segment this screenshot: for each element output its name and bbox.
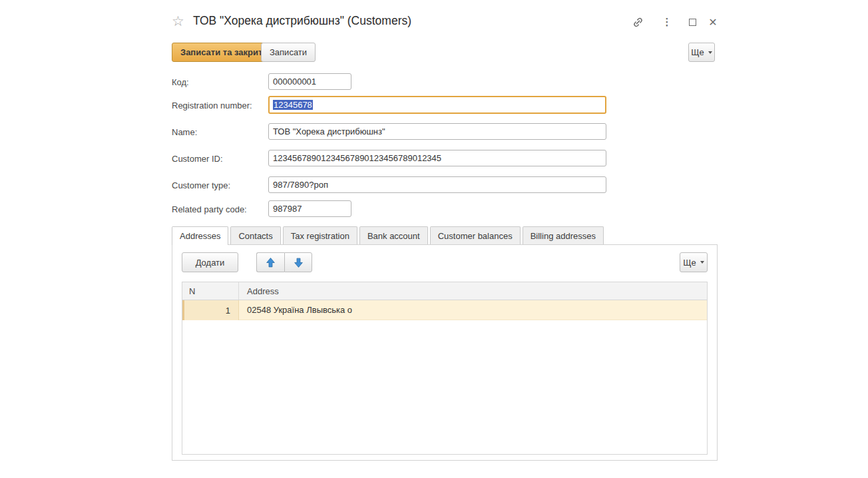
more-button-top[interactable]: Ще [688, 43, 715, 62]
caret-down-icon [700, 261, 704, 264]
more-button-grid[interactable]: Ще [680, 252, 708, 272]
tab-strip: Addresses Contacts Tax registration Bank… [172, 226, 604, 244]
more-button-label: Ще [691, 47, 704, 57]
column-header-address[interactable]: Address [239, 282, 707, 300]
registration-number-label: Registration number: [172, 101, 252, 111]
customer-type-field[interactable] [268, 176, 606, 193]
window-title: ТОВ "Хорека дистрибюшнз" (Customers) [193, 14, 411, 28]
more-button-grid-label: Ще [683, 258, 696, 268]
maximize-icon[interactable] [686, 16, 698, 28]
tab-contacts[interactable]: Contacts [230, 226, 280, 244]
related-party-code-label: Related party code: [172, 204, 247, 214]
table-row[interactable]: 1 02548 Україна Лвывська о [182, 300, 707, 320]
move-down-button[interactable] [284, 252, 312, 272]
caret-down-icon [708, 51, 712, 54]
addresses-table: N Address 1 02548 Україна Лвывська о [182, 282, 708, 455]
move-up-button[interactable] [256, 252, 284, 272]
move-row-buttons [256, 252, 312, 272]
name-field[interactable] [268, 123, 606, 140]
registration-number-field[interactable]: 12345678 [268, 96, 606, 114]
tab-billing-addresses[interactable]: Billing addresses [523, 226, 604, 244]
customer-form-window: ☆ ТОВ "Хорека дистрибюшнз" (Customers) ⋮… [0, 0, 868, 478]
save-button[interactable]: Записати [261, 43, 316, 62]
customer-id-label: Customer ID: [172, 154, 223, 164]
table-header-row: N Address [182, 282, 707, 300]
close-icon[interactable]: ✕ [707, 16, 719, 28]
addresses-tab-panel: Додати Ще N Address [172, 244, 718, 461]
selected-text: 12345678 [273, 100, 313, 110]
row-number-cell: 1 [182, 300, 239, 320]
row-address-cell: 02548 Україна Лвывська о [239, 300, 707, 320]
arrow-up-icon [265, 257, 276, 268]
link-icon[interactable] [632, 16, 644, 28]
customer-type-label: Customer type: [172, 180, 230, 190]
column-header-n[interactable]: N [182, 282, 239, 300]
related-party-code-field[interactable] [268, 200, 351, 217]
name-label: Name: [172, 127, 197, 137]
tab-customer-balances[interactable]: Customer balances [430, 226, 521, 244]
tab-addresses[interactable]: Addresses [172, 226, 228, 245]
code-label: Код: [172, 77, 189, 87]
code-field[interactable] [268, 73, 351, 90]
tab-tax-registration[interactable]: Tax registration [283, 226, 357, 244]
arrow-down-icon [293, 257, 304, 268]
grid-toolbar: Додати Ще [182, 252, 708, 272]
tab-bank-account[interactable]: Bank account [359, 226, 428, 244]
add-row-button[interactable]: Додати [182, 252, 238, 272]
favorite-star-icon[interactable]: ☆ [172, 12, 184, 31]
customer-id-field[interactable] [268, 150, 606, 166]
more-menu-kebab-icon[interactable]: ⋮ [661, 16, 673, 28]
